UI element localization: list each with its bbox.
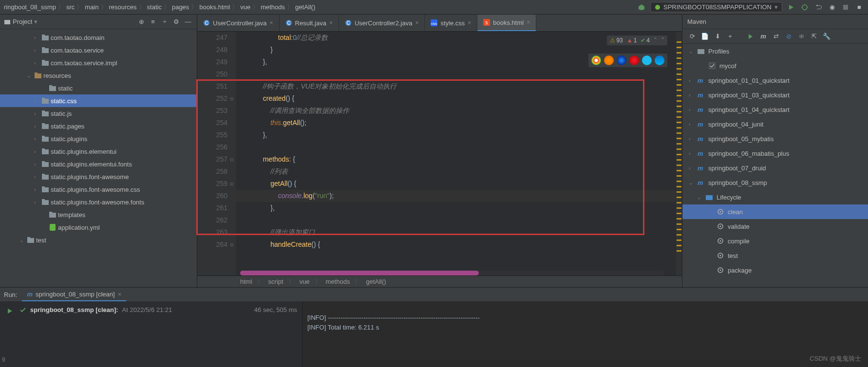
marker[interactable]	[677, 165, 681, 166]
fold-marker[interactable]	[228, 202, 235, 214]
hide-icon[interactable]: —	[183, 17, 193, 27]
expand-icon[interactable]: ≡	[148, 17, 158, 27]
tree-item[interactable]: ›static.plugins.font-awesome	[0, 170, 197, 183]
marker[interactable]	[677, 100, 681, 102]
marker[interactable]	[677, 68, 681, 70]
project-tree[interactable]: ›com.taotao.domain›com.taotao.service›co…	[0, 29, 197, 287]
tree-item[interactable]: ⌄test	[0, 234, 197, 246]
rerun-icon[interactable]	[5, 306, 15, 316]
tree-item[interactable]: ›static.plugins	[0, 132, 197, 145]
marker[interactable]	[677, 159, 681, 161]
tree-item[interactable]: ›static.plugins.font-awesome.fonts	[0, 196, 197, 208]
settings-icon[interactable]: ⚙	[171, 17, 181, 27]
marker[interactable]	[677, 132, 681, 134]
maven-item[interactable]: test	[682, 248, 868, 263]
marker[interactable]	[677, 127, 681, 128]
maven-tree[interactable]: ⌄Profilesmycof›mspringboot_01_01_quickst…	[682, 44, 868, 287]
tree-item[interactable]: ›static.js	[0, 107, 197, 120]
tree-item[interactable]: ⌄resources	[0, 69, 197, 82]
code-line[interactable]: created() {	[236, 92, 676, 105]
maven-item[interactable]: ›mspringboot_01_01_quickstart	[682, 73, 868, 88]
skip-icon[interactable]: ⊘	[784, 32, 793, 41]
fold-marker[interactable]	[228, 129, 235, 141]
tree-item[interactable]: static	[0, 82, 197, 94]
marker[interactable]	[677, 41, 681, 43]
close-icon[interactable]: ×	[468, 19, 471, 26]
tree-item[interactable]: ›static.css	[0, 94, 197, 107]
fold-marker[interactable]	[228, 214, 235, 226]
tree-item[interactable]: application.yml	[0, 221, 197, 234]
breadcrumb-item[interactable]: getAll()	[366, 278, 386, 285]
marker[interactable]	[677, 223, 681, 225]
editor-tab[interactable]: CResult.java×	[280, 15, 339, 31]
maven-item[interactable]: clean	[682, 204, 868, 219]
tree-item[interactable]: ›static.pages	[0, 120, 197, 132]
breadcrumb-item[interactable]: methods	[261, 3, 285, 11]
marker[interactable]	[677, 63, 681, 64]
ie-icon[interactable]	[642, 55, 652, 65]
breadcrumb-item[interactable]: ringboot_08_ssmp	[4, 3, 56, 11]
more-icon[interactable]: ■	[854, 2, 864, 12]
breadcrumb-item[interactable]: src	[66, 3, 75, 11]
code-line[interactable]: },	[236, 129, 676, 141]
breadcrumb-item[interactable]: methods	[326, 278, 350, 285]
marker[interactable]	[677, 197, 681, 198]
marker[interactable]	[677, 47, 681, 48]
code-line[interactable]: },	[236, 202, 676, 214]
code-line[interactable]: handleCreate() {	[236, 239, 676, 251]
marker[interactable]	[677, 84, 681, 86]
fold-marker[interactable]: ⊟	[228, 92, 235, 105]
marker[interactable]	[677, 57, 681, 59]
breadcrumb-item[interactable]: html	[240, 278, 252, 285]
maven-item[interactable]: ›mspringboot_06_mabatis_plus	[682, 146, 868, 161]
fold-marker[interactable]: ⊟	[228, 178, 235, 190]
editor-tab[interactable]: CUserController.java×	[197, 15, 280, 31]
reload-icon[interactable]: ⟳	[687, 32, 697, 41]
fold-marker[interactable]	[228, 56, 235, 68]
toggle-icon[interactable]: ⇄	[771, 32, 781, 41]
marker[interactable]	[677, 116, 681, 118]
coverage-icon[interactable]: ⮌	[813, 2, 823, 12]
editor-tab[interactable]: cssstyle.css×	[425, 15, 477, 31]
wrench-icon[interactable]: 🔧	[822, 32, 831, 41]
maven-item[interactable]: package	[682, 263, 868, 277]
show-icon[interactable]: ፨	[796, 32, 806, 41]
code-line[interactable]: //弹出添加窗口	[236, 226, 676, 239]
add-icon[interactable]: +	[725, 32, 735, 41]
close-icon[interactable]: ×	[270, 19, 273, 26]
debug-icon[interactable]	[800, 2, 810, 12]
marker[interactable]	[677, 213, 681, 214]
marker[interactable]	[677, 90, 681, 91]
marker[interactable]	[677, 106, 681, 107]
breadcrumb-item[interactable]: static	[147, 3, 162, 11]
breadcrumb-item[interactable]: main	[85, 3, 98, 11]
run-tab[interactable]: m springboot_08_ssmp [clean] ×	[22, 288, 126, 301]
marker[interactable]	[677, 122, 681, 123]
generate-icon[interactable]: 📄	[700, 32, 710, 41]
tree-item[interactable]: templates	[0, 208, 197, 221]
fold-marker[interactable]	[228, 44, 235, 56]
tree-item[interactable]: ›static.plugins.elementui	[0, 145, 197, 158]
marker[interactable]	[677, 95, 681, 96]
marker[interactable]	[677, 250, 681, 252]
marker[interactable]	[677, 143, 681, 145]
target-icon[interactable]: ⊕	[136, 17, 146, 27]
download-icon[interactable]: ⬇	[713, 32, 722, 41]
fold-marker[interactable]	[228, 32, 235, 44]
edge-icon[interactable]	[655, 55, 664, 65]
close-icon[interactable]: ×	[329, 19, 333, 26]
stop-icon[interactable]	[841, 2, 850, 12]
run-config-selector[interactable]: SPRINGBOOT08SSMPAPPLICATION ▾	[650, 2, 782, 12]
maven-item[interactable]: ›mspringboot_05_mybatis	[682, 131, 868, 146]
safari-icon[interactable]	[617, 55, 626, 65]
breadcrumb-item[interactable]: books.html	[199, 3, 230, 11]
chevron-up-icon[interactable]: ˄	[654, 37, 657, 44]
code-body[interactable]: ⚠93 ▲1 ✔4 ˄ ˅ total:0//总记录数	[236, 32, 676, 275]
fold-marker[interactable]	[228, 80, 235, 92]
marker[interactable]	[677, 138, 681, 139]
breadcrumb-item[interactable]: getAll()	[295, 3, 315, 11]
maven-item[interactable]: validate	[682, 219, 868, 234]
maven-item[interactable]: compile	[682, 234, 868, 248]
marker[interactable]	[677, 239, 681, 241]
breadcrumb-item[interactable]: vue	[240, 3, 250, 11]
